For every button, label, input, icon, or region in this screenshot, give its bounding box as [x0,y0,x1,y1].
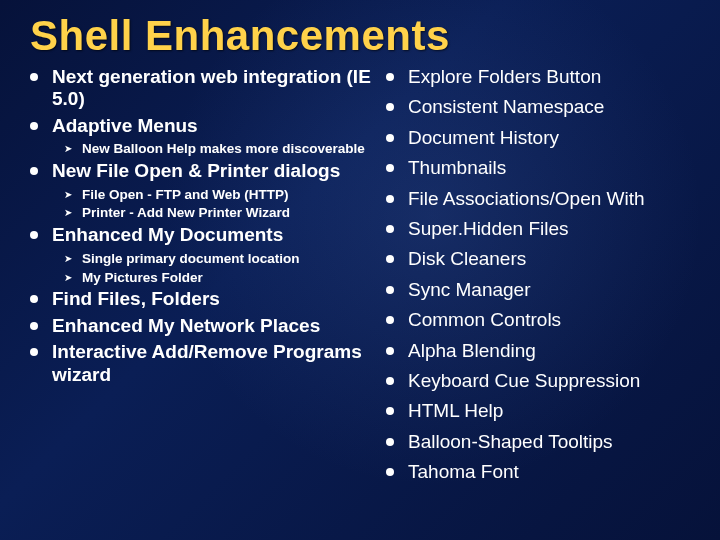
list-item-text: Next generation web integration (IE 5.0) [52,66,380,111]
bullet-dot-icon [386,468,394,476]
list-item-text: Enhanced My Network Places [52,315,320,337]
bullet-dot-icon [386,407,394,415]
list-item-text: Thumbnails [408,157,506,179]
list-item-text: Enhanced My Documents [52,224,283,246]
list-item: Next generation web integration (IE 5.0) [30,66,380,111]
list-item-text: Alpha Blending [408,340,536,362]
slide-title: Shell Enhancements [30,12,700,60]
list-item-text: Single primary document location [82,251,300,268]
list-item: Alpha Blending [386,340,686,362]
list-item-text: Printer - Add New Printer Wizard [82,205,290,222]
bullet-dot-icon [386,195,394,203]
list-item: Disk Cleaners [386,248,686,270]
list-item: ➤My Pictures Folder [64,270,380,287]
bullet-dot-icon [30,231,38,239]
list-item: Adaptive Menus [30,115,380,137]
bullet-dot-icon [30,73,38,81]
list-item: Enhanced My Network Places [30,315,380,337]
bullet-dot-icon [30,348,38,356]
bullet-chevron-icon: ➤ [64,273,72,283]
bullet-dot-icon [30,122,38,130]
list-item: Interactive Add/Remove Programs wizard [30,341,380,386]
list-item-text: HTML Help [408,400,503,422]
list-item: File Associations/Open With [386,188,686,210]
list-item-text: Interactive Add/Remove Programs wizard [52,341,380,386]
list-item: Keyboard Cue Suppression [386,370,686,392]
list-item-text: Keyboard Cue Suppression [408,370,640,392]
list-item: HTML Help [386,400,686,422]
bullet-dot-icon [386,377,394,385]
list-item-text: Balloon-Shaped Tooltips [408,431,613,453]
list-item: Explore Folders Button [386,66,686,88]
list-item-text: Super.Hidden Files [408,218,569,240]
bullet-dot-icon [386,134,394,142]
bullet-dot-icon [386,103,394,111]
list-item: Tahoma Font [386,461,686,483]
list-item-text: File Open - FTP and Web (HTTP) [82,187,289,204]
bullet-chevron-icon: ➤ [64,144,72,154]
bullet-dot-icon [386,316,394,324]
list-item: ➤Printer - Add New Printer Wizard [64,205,380,222]
bullet-chevron-icon: ➤ [64,208,72,218]
list-item-text: Consistent Namespace [408,96,604,118]
list-item-text: Disk Cleaners [408,248,526,270]
left-column: Next generation web integration (IE 5.0)… [30,66,380,390]
list-item: Sync Manager [386,279,686,301]
list-item: Document History [386,127,686,149]
bullet-dot-icon [386,73,394,81]
list-item: Thumbnails [386,157,686,179]
bullet-dot-icon [386,438,394,446]
bullet-dot-icon [386,255,394,263]
list-item-text: New Balloon Help makes more discoverable [82,141,365,158]
right-column: Explore Folders ButtonConsistent Namespa… [386,66,686,492]
list-item-text: Explore Folders Button [408,66,601,88]
list-item: ➤New Balloon Help makes more discoverabl… [64,141,380,158]
bullet-chevron-icon: ➤ [64,254,72,264]
list-item-text: Tahoma Font [408,461,519,483]
list-item-text: Common Controls [408,309,561,331]
list-item: Consistent Namespace [386,96,686,118]
list-item-text: New File Open & Printer dialogs [52,160,340,182]
list-item: Find Files, Folders [30,288,380,310]
bullet-dot-icon [30,167,38,175]
list-item: Super.Hidden Files [386,218,686,240]
bullet-dot-icon [386,164,394,172]
list-item: ➤Single primary document location [64,251,380,268]
list-item-text: My Pictures Folder [82,270,203,287]
list-item-text: Adaptive Menus [52,115,198,137]
bullet-dot-icon [386,225,394,233]
list-item: New File Open & Printer dialogs [30,160,380,182]
columns: Next generation web integration (IE 5.0)… [30,66,700,492]
bullet-dot-icon [386,347,394,355]
list-item: Common Controls [386,309,686,331]
list-item: ➤File Open - FTP and Web (HTTP) [64,187,380,204]
list-item-text: Find Files, Folders [52,288,220,310]
bullet-dot-icon [30,322,38,330]
list-item: Enhanced My Documents [30,224,380,246]
slide: Shell Enhancements Next generation web i… [0,0,720,540]
list-item-text: File Associations/Open With [408,188,645,210]
list-item-text: Document History [408,127,559,149]
bullet-chevron-icon: ➤ [64,190,72,200]
bullet-dot-icon [386,286,394,294]
list-item-text: Sync Manager [408,279,531,301]
list-item: Balloon-Shaped Tooltips [386,431,686,453]
bullet-dot-icon [30,295,38,303]
